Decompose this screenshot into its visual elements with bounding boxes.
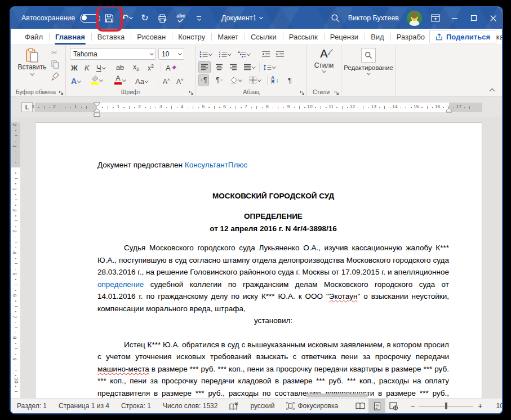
copy-button[interactable] xyxy=(51,60,59,69)
opredelenie-link[interactable]: определение xyxy=(97,280,144,289)
paragraph-dialog-launcher[interactable] xyxy=(300,90,305,95)
rtl-paragraph-button[interactable]: ¶‹ xyxy=(214,74,224,86)
tab-developer[interactable]: Разрабо xyxy=(390,29,431,45)
strikethrough-button[interactable]: ab xyxy=(116,62,124,73)
font-dialog-launcher[interactable] xyxy=(189,90,194,95)
search-button[interactable] xyxy=(331,14,340,23)
avatar[interactable] xyxy=(407,11,422,26)
increase-indent-button[interactable] xyxy=(276,48,285,60)
align-left-button[interactable] xyxy=(199,61,210,73)
show-marks-button[interactable]: ¶ xyxy=(288,74,292,86)
print-layout-button[interactable] xyxy=(368,399,385,414)
hanging-indent-marker[interactable] xyxy=(94,108,100,117)
cut-button[interactable]: ✂ xyxy=(51,48,60,57)
account-name[interactable]: Виктор Бухтеев xyxy=(348,14,399,22)
ribbon-display-options-button[interactable] xyxy=(430,14,441,22)
h-ruler-tick xyxy=(304,107,305,108)
redo-button[interactable]: ↻ xyxy=(139,11,151,25)
borders-button[interactable] xyxy=(249,74,261,86)
font-size-combo[interactable]: 10 xyxy=(158,48,184,60)
status-page[interactable]: Страница 1 из 4 xyxy=(59,402,109,410)
shrink-font-button[interactable]: А˅ xyxy=(176,76,184,87)
tab-layout[interactable]: Макет xyxy=(211,29,245,45)
zoom-in-button[interactable]: + xyxy=(478,401,482,410)
focus-mode-button[interactable]: Фокусировка xyxy=(286,402,338,410)
tab-design[interactable]: Констру xyxy=(172,29,211,45)
undo-button[interactable]: ↶ xyxy=(121,11,133,25)
clear-formatting-button[interactable]: А xyxy=(166,62,176,73)
read-mode-button[interactable] xyxy=(352,399,368,414)
superscript-button[interactable]: x2 xyxy=(148,62,154,73)
bold-button[interactable]: Ж xyxy=(71,62,78,73)
grow-font-button[interactable]: А˄ xyxy=(163,76,170,87)
minimize-button[interactable] xyxy=(449,15,460,21)
status-section[interactable]: Раздел: 1 xyxy=(17,402,47,410)
decrease-indent-button[interactable] xyxy=(261,48,270,60)
tab-home[interactable]: Главная xyxy=(49,29,91,45)
highlight-button[interactable] xyxy=(91,74,103,86)
tab-view[interactable]: Вид xyxy=(365,29,390,45)
font-divider2 xyxy=(158,76,158,85)
status-line[interactable]: Строка: 1 xyxy=(121,402,151,410)
zoom-slider-thumb[interactable] xyxy=(445,403,447,409)
line-spacing-button[interactable] xyxy=(263,61,276,73)
document-page[interactable]: Документ предоставлен КонсультантПлюс МО… xyxy=(35,122,482,398)
quick-print-button[interactable] xyxy=(157,11,169,25)
right-indent-marker[interactable] xyxy=(446,108,452,113)
ltr-paragraph-button[interactable]: ›¶ xyxy=(199,74,208,86)
horizontal-scrollbar-thumb[interactable] xyxy=(306,394,368,397)
zoom-out-button[interactable]: − xyxy=(410,401,415,410)
change-case-button[interactable]: Aa xyxy=(135,76,148,87)
collapse-ribbon-button[interactable] xyxy=(490,89,495,94)
customize-qat-button[interactable] xyxy=(193,11,205,25)
h-ruler-strip[interactable]: 1231234567891011121314151617 xyxy=(35,103,482,112)
sort-arrow-icon: ↓ xyxy=(276,77,279,83)
align-right-button[interactable] xyxy=(228,61,239,73)
paste-button[interactable]: Вставить xyxy=(16,48,48,75)
document-title[interactable]: Документ1 xyxy=(221,14,256,22)
status-language[interactable]: русский xyxy=(250,402,274,410)
consultantplus-link[interactable]: КонсультантПлюс xyxy=(185,161,248,169)
tab-file[interactable]: Файл xyxy=(19,29,49,45)
justify-button[interactable] xyxy=(242,61,257,73)
numbered-list-button[interactable] xyxy=(219,48,231,60)
tab-mailings[interactable]: Рассылк xyxy=(283,29,324,45)
tab-references[interactable]: Ссылки xyxy=(245,29,283,45)
first-line-indent-marker[interactable] xyxy=(94,102,100,107)
save-button[interactable] xyxy=(103,11,115,25)
bullet-list-button[interactable] xyxy=(199,48,212,60)
tab-draw[interactable]: Рисован xyxy=(131,29,172,45)
subscript-button[interactable]: x2 xyxy=(133,62,139,73)
underline-button[interactable]: Ч xyxy=(96,62,105,73)
text-effects-button[interactable]: А xyxy=(71,76,81,87)
close-button[interactable] xyxy=(487,15,499,22)
share-button[interactable]: Поделиться xyxy=(429,30,496,43)
spelling-button[interactable]: abc xyxy=(175,11,187,25)
zoom-slider[interactable] xyxy=(419,406,473,406)
format-painter-button[interactable] xyxy=(51,72,60,81)
italic-button[interactable]: K xyxy=(85,62,90,73)
tab-review[interactable]: Рецензи xyxy=(324,29,365,45)
multilevel-list-button[interactable] xyxy=(238,48,250,60)
ribbon-options-icon xyxy=(431,14,440,22)
autosave-toggle[interactable] xyxy=(80,14,100,23)
tab-stop-selector[interactable]: L xyxy=(21,102,33,112)
proofing-errors-button[interactable] xyxy=(229,402,238,410)
align-center-button[interactable] xyxy=(214,61,225,73)
title-chevron-icon[interactable] xyxy=(259,15,263,19)
tab-insert[interactable]: Вставка xyxy=(91,29,131,45)
styles-dialog-launcher[interactable] xyxy=(334,90,339,95)
h-ruler-tick: 15 xyxy=(414,104,419,109)
maximize-button[interactable] xyxy=(468,15,479,21)
v-ruler-strip[interactable]: 1212345678910 xyxy=(11,122,20,398)
shading-button[interactable] xyxy=(230,74,242,86)
font-color-button[interactable]: А xyxy=(114,74,126,86)
status-word-count[interactable]: Число слов: 1532 xyxy=(163,402,217,410)
zoom-percentage[interactable]: 100 % xyxy=(488,402,503,410)
web-layout-button[interactable] xyxy=(385,399,402,414)
clipboard-dialog-launcher[interactable] xyxy=(59,90,64,95)
font-name-combo[interactable]: Tahoma xyxy=(70,48,156,60)
sort-button[interactable]: А Я ↓ xyxy=(271,74,279,86)
styles-button[interactable]: А Стили xyxy=(307,47,341,72)
editing-button[interactable]: Редактирование xyxy=(341,48,396,74)
